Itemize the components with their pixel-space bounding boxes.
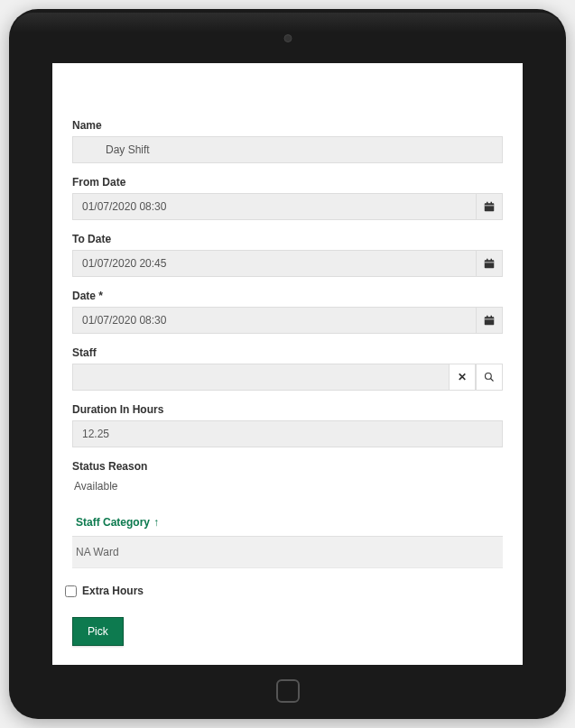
staff-search-button[interactable] [476, 364, 503, 391]
duration-value: 12.25 [82, 428, 109, 440]
svg-rect-10 [487, 316, 488, 318]
pick-button[interactable]: Pick [72, 617, 124, 646]
duration-label: Duration In Hours [72, 403, 503, 416]
date-calendar-button[interactable] [476, 307, 503, 334]
svg-rect-4 [485, 260, 495, 268]
calendar-icon [484, 315, 495, 326]
to-date-value: 01/07/2020 20:45 [82, 257, 166, 270]
calendar-icon [484, 258, 495, 269]
svg-rect-7 [491, 259, 493, 261]
close-icon: ✕ [458, 371, 467, 383]
name-field-group: Name Day Shift [72, 119, 503, 163]
staff-clear-button[interactable]: ✕ [449, 364, 476, 391]
name-label: Name [72, 119, 503, 132]
app-screen: Name Day Shift From Date 01/07/2020 08:3… [52, 63, 523, 665]
search-icon [484, 372, 495, 382]
svg-rect-2 [487, 202, 488, 204]
status-reason-value: Available [72, 476, 503, 496]
date-value: 01/07/2020 08:30 [82, 314, 166, 327]
to-date-calendar-button[interactable] [476, 250, 503, 277]
svg-rect-1 [485, 206, 495, 207]
staff-label: Staff [72, 346, 503, 359]
duration-input[interactable]: 12.25 [72, 420, 503, 447]
status-reason-label: Status Reason [72, 460, 503, 473]
staff-category-column-header[interactable]: Staff Category ↑ [72, 509, 503, 537]
duration-field-group: Duration In Hours 12.25 [72, 403, 503, 447]
name-value: Day Shift [106, 143, 150, 156]
from-date-input[interactable]: 01/07/2020 08:30 [72, 193, 476, 220]
pick-button-label: Pick [88, 625, 108, 638]
svg-rect-9 [485, 319, 495, 320]
tablet-frame: Name Day Shift From Date 01/07/2020 08:3… [9, 9, 566, 719]
from-date-value: 01/07/2020 08:30 [82, 200, 166, 213]
staff-input[interactable] [72, 364, 449, 391]
svg-rect-6 [487, 259, 488, 261]
date-input[interactable]: 01/07/2020 08:30 [72, 307, 476, 334]
from-date-field-group: From Date 01/07/2020 08:30 [72, 176, 503, 220]
table-row[interactable]: NA Ward [72, 537, 503, 568]
date-label: Date * [72, 290, 503, 302]
svg-rect-3 [491, 202, 493, 204]
svg-rect-8 [485, 317, 495, 325]
svg-point-12 [486, 373, 492, 380]
extra-hours-label: Extra Hours [82, 585, 144, 597]
from-date-label: From Date [72, 176, 503, 189]
sort-ascending-icon: ↑ [153, 516, 159, 529]
to-date-field-group: To Date 01/07/2020 20:45 [72, 233, 503, 277]
to-date-label: To Date [72, 233, 503, 245]
calendar-icon [484, 201, 495, 212]
svg-line-13 [491, 379, 494, 382]
to-date-input[interactable]: 01/07/2020 20:45 [72, 250, 476, 277]
svg-rect-0 [485, 203, 495, 211]
svg-rect-5 [485, 263, 495, 263]
extra-hours-checkbox[interactable] [65, 585, 77, 597]
extra-hours-row: Extra Hours [65, 585, 503, 597]
tablet-camera [283, 34, 292, 42]
name-input[interactable]: Day Shift [72, 136, 503, 163]
date-field-group: Date * 01/07/2020 08:30 [72, 290, 503, 334]
tablet-home-button[interactable] [276, 679, 300, 703]
column-header-label: Staff Category [76, 516, 150, 529]
table-cell-value: NA Ward [76, 546, 119, 558]
staff-field-group: Staff ✕ [72, 346, 503, 391]
svg-rect-11 [491, 316, 493, 318]
status-reason-group: Status Reason Available [72, 460, 503, 496]
from-date-calendar-button[interactable] [476, 193, 503, 220]
